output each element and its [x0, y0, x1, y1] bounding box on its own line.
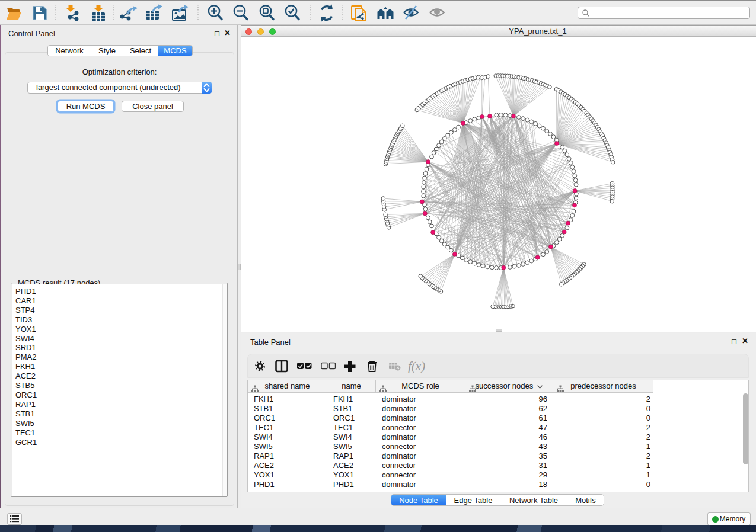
svg-text:f(x): f(x)	[408, 359, 425, 373]
